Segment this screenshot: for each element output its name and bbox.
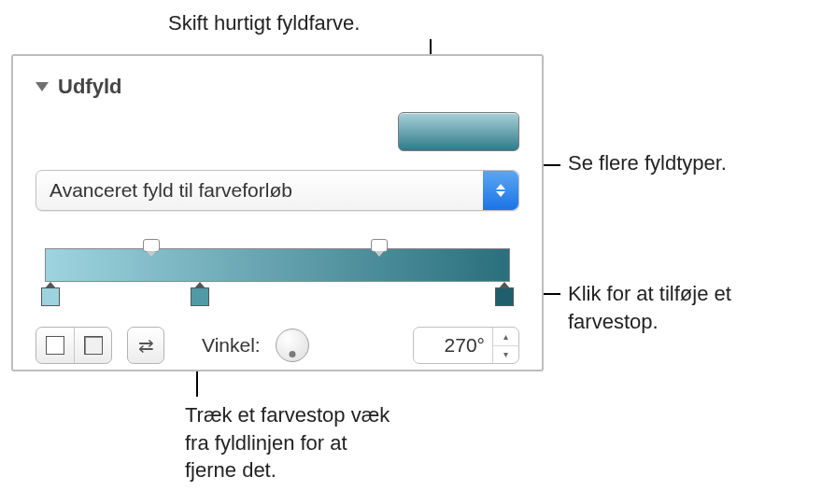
fill-panel: Udfyld Avanceret fyld til farveforløb ⇄ … bbox=[11, 54, 544, 371]
callout-removestop-text: Træk et farvestop væk fra fyldlinjen for… bbox=[185, 403, 390, 482]
color-well-pair bbox=[35, 327, 112, 364]
angle-field[interactable]: 270° ▴ ▾ bbox=[413, 327, 519, 364]
color-stop-1[interactable] bbox=[41, 287, 60, 306]
callout-swatch: Skift hurtigt fyldfarve. bbox=[168, 9, 360, 37]
stepper-down-icon[interactable]: ▾ bbox=[493, 346, 518, 364]
fill-color-swatch[interactable] bbox=[398, 112, 519, 151]
disclosure-triangle-icon[interactable] bbox=[35, 82, 49, 91]
color-well-right[interactable] bbox=[74, 328, 111, 363]
callout-addstop: Klik for at tilføje et farvestop. bbox=[568, 280, 811, 335]
angle-value: 270° bbox=[414, 334, 492, 357]
angle-label: Vinkel: bbox=[202, 334, 261, 357]
reverse-gradient-button[interactable]: ⇄ bbox=[127, 327, 164, 364]
color-stop-2[interactable] bbox=[191, 287, 209, 306]
angle-stepper[interactable]: ▴ ▾ bbox=[492, 328, 518, 363]
fill-type-dropdown[interactable]: Avanceret fyld til farveforløb bbox=[35, 170, 519, 211]
opacity-stop-1[interactable] bbox=[143, 239, 160, 252]
section-header[interactable]: Udfyld bbox=[35, 75, 519, 99]
angle-dial[interactable] bbox=[276, 329, 309, 362]
callout-addstop-text: Klik for at tilføje et farvestop. bbox=[568, 282, 731, 333]
callout-swatch-text: Skift hurtigt fyldfarve. bbox=[168, 11, 360, 35]
stepper-up-icon[interactable]: ▴ bbox=[493, 328, 518, 346]
dropdown-arrows-icon bbox=[483, 171, 518, 210]
callout-dropdown: Se flere fyldtyper. bbox=[568, 149, 727, 177]
gradient-bar[interactable] bbox=[45, 248, 510, 282]
callout-removestop: Træk et farvestop væk fra fyldlinjen for… bbox=[185, 401, 400, 484]
opacity-stop-2[interactable] bbox=[371, 239, 388, 252]
swap-icon: ⇄ bbox=[138, 334, 154, 357]
color-well-left[interactable] bbox=[36, 328, 74, 363]
gradient-editor[interactable] bbox=[35, 235, 519, 301]
color-stop-3[interactable] bbox=[495, 287, 514, 306]
callout-dropdown-text: Se flere fyldtyper. bbox=[568, 151, 727, 175]
section-title: Udfyld bbox=[58, 75, 121, 99]
fill-type-value: Avanceret fyld til farveforløb bbox=[50, 179, 292, 202]
